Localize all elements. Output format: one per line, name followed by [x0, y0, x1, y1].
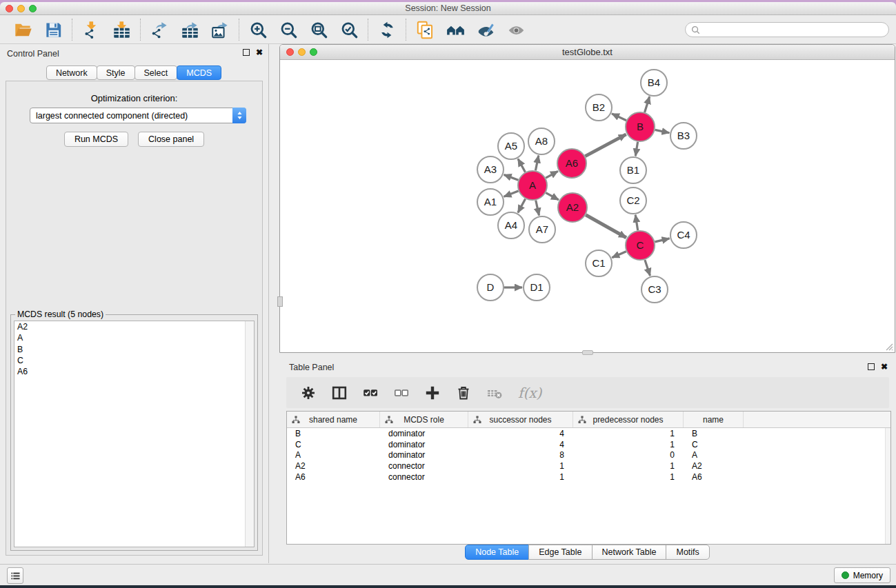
open-session-button[interactable] — [10, 18, 35, 41]
table-row[interactable]: Cdominator41C — [287, 439, 890, 450]
criterion-select[interactable]: largest connected component (directed) — [30, 108, 246, 123]
refresh-view-button[interactable] — [375, 18, 399, 41]
hide-selected-button[interactable] — [473, 18, 498, 41]
graph-node-a8[interactable]: A8 — [528, 128, 555, 154]
app-titlebar[interactable]: Session: New Session — [0, 2, 896, 15]
tab-edge-table[interactable]: Edge Table — [528, 545, 592, 560]
graph-node-a1[interactable]: A1 — [477, 189, 504, 215]
search-input[interactable] — [701, 23, 888, 36]
canvas-edge-handle[interactable] — [277, 296, 283, 307]
import-table-button[interactable] — [109, 18, 134, 41]
graph-edge[interactable] — [546, 171, 558, 178]
graph-node-d1[interactable]: D1 — [524, 274, 550, 301]
tab-select[interactable]: Select — [135, 65, 178, 80]
graph-edge[interactable] — [635, 215, 638, 231]
first-neighbors-button[interactable] — [443, 18, 468, 41]
graph-edge[interactable] — [504, 191, 519, 196]
graph-node-a7[interactable]: A7 — [529, 216, 555, 243]
table-gear-button[interactable] — [298, 383, 319, 403]
graph-node-b1[interactable]: B1 — [620, 157, 646, 183]
graph-edge[interactable] — [645, 97, 650, 112]
column-header-predecessor-nodes[interactable]: predecessor nodes — [573, 412, 684, 427]
float-table-panel-icon[interactable] — [868, 363, 875, 370]
tab-style[interactable]: Style — [97, 65, 135, 80]
table-row[interactable]: A2connector11A2 — [287, 460, 890, 472]
function-builder-button[interactable]: f(x) — [515, 385, 541, 401]
splitter-handle[interactable] — [582, 350, 593, 355]
close-table-panel-icon[interactable]: ✖ — [881, 363, 888, 370]
save-session-button[interactable] — [41, 18, 66, 41]
zoom-fit-button[interactable] — [306, 18, 331, 41]
tab-node-table[interactable]: Node Table — [465, 545, 529, 560]
graph-edge[interactable] — [655, 239, 669, 242]
deselect-all-button[interactable] — [391, 383, 412, 403]
close-panel-icon[interactable]: ✖ — [256, 49, 263, 56]
network-canvas[interactable]: B4B2BB3A5A8A6A3AB1A1C2A4A7A2CC4C1C3DD1 — [280, 60, 895, 352]
delete-columns-button[interactable] — [453, 383, 474, 403]
graph-node-b4[interactable]: B4 — [641, 70, 667, 96]
table-row[interactable]: Bdominator41B — [287, 428, 890, 439]
graph-edge[interactable] — [612, 114, 626, 121]
zoom-in-button[interactable] — [246, 18, 270, 41]
close-panel-button[interactable]: Close panel — [138, 132, 204, 147]
graph-edge[interactable] — [518, 199, 526, 212]
graph-node-a6[interactable]: A6 — [557, 149, 586, 178]
graph-node-a4[interactable]: A4 — [498, 212, 524, 239]
graph-node-a2[interactable]: A2 — [558, 193, 587, 222]
table-row[interactable]: A6connector11A6 — [287, 472, 890, 483]
graph-node-a3[interactable]: A3 — [477, 156, 504, 183]
graph-node-a[interactable]: A — [518, 171, 547, 200]
mcds-result-item[interactable]: A — [14, 332, 254, 343]
graph-node-c4[interactable]: C4 — [670, 222, 697, 248]
tab-network-table[interactable]: Network Table — [592, 545, 667, 560]
tab-motifs[interactable]: Motifs — [666, 545, 709, 560]
graph-node-d[interactable]: D — [477, 274, 504, 301]
graph-node-c1[interactable]: C1 — [586, 250, 612, 276]
mcds-result-item[interactable]: B — [14, 344, 254, 355]
import-network-button[interactable] — [79, 18, 103, 41]
graph-node-c3[interactable]: C3 — [641, 276, 668, 303]
tab-mcds[interactable]: MCDS — [177, 65, 221, 80]
split-columns-button[interactable] — [329, 383, 350, 403]
mcds-result-item[interactable]: A2 — [14, 321, 254, 332]
export-image-button[interactable] — [208, 18, 232, 41]
delete-table-button[interactable] — [484, 383, 505, 403]
export-network-button[interactable] — [147, 18, 172, 41]
graph-node-b[interactable]: B — [626, 112, 655, 141]
column-header-successor-nodes[interactable]: successor nodes — [468, 412, 573, 427]
float-panel-icon[interactable] — [243, 49, 250, 56]
graph-node-a5[interactable]: A5 — [498, 133, 524, 159]
tab-network[interactable]: Network — [46, 65, 97, 80]
column-header-name[interactable]: name — [684, 412, 744, 427]
graph-node-b3[interactable]: B3 — [670, 123, 697, 149]
graph-node-c[interactable]: C — [626, 231, 655, 260]
table-scrollbar[interactable] — [885, 428, 890, 544]
search-box[interactable] — [685, 22, 889, 37]
network-window-titlebar[interactable]: testGlobe.txt — [280, 45, 895, 60]
memory-button[interactable]: Memory — [834, 567, 890, 583]
select-all-button[interactable] — [360, 383, 381, 403]
run-mcds-button[interactable]: Run MCDS — [64, 132, 128, 147]
result-scrollbar[interactable] — [245, 321, 254, 547]
graph-edge[interactable] — [535, 156, 538, 171]
graph-edge[interactable] — [546, 193, 559, 200]
table-row[interactable]: Adominator80A — [287, 449, 890, 460]
new-network-from-selection-button[interactable] — [412, 18, 437, 41]
graph-edge[interactable] — [536, 201, 539, 216]
column-header-mcds-role[interactable]: MCDS role — [380, 412, 468, 427]
mcds-result-item[interactable]: C — [14, 355, 254, 366]
graph-edge[interactable] — [504, 174, 519, 180]
graph-edge[interactable] — [635, 142, 637, 156]
graph-node-c2[interactable]: C2 — [620, 187, 646, 214]
graph-edge[interactable] — [612, 252, 626, 258]
graph-edge[interactable] — [518, 159, 526, 172]
mcds-result-item[interactable]: A6 — [14, 366, 254, 377]
resize-grip-icon[interactable] — [884, 341, 893, 351]
zoom-out-button[interactable] — [276, 18, 301, 41]
task-history-button[interactable] — [7, 567, 23, 584]
add-column-button[interactable] — [422, 383, 443, 403]
column-header-shared-name[interactable]: shared name — [287, 412, 380, 427]
graph-edge[interactable] — [645, 260, 650, 276]
zoom-selected-button[interactable] — [337, 18, 361, 41]
show-all-button[interactable] — [504, 18, 528, 41]
